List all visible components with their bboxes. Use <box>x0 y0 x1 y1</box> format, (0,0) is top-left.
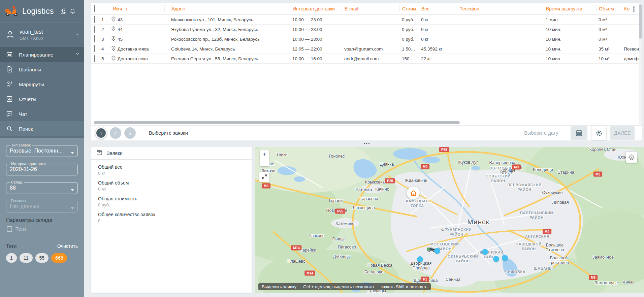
next-button[interactable]: ДАЛЕЕ <box>610 126 635 140</box>
zoom-out-button[interactable]: − <box>260 158 269 166</box>
tags-clear-link[interactable]: Очистить <box>57 243 78 249</box>
sidebar-item-2[interactable]: Шаблоны <box>0 62 84 77</box>
horizontal-scrollbar[interactable] <box>94 121 460 124</box>
row-weight: 0 кг <box>417 17 457 22</box>
row-address: Якубова Гуляма ул., 32, Минск, Беларусь <box>164 27 289 32</box>
town-label: Сухорукие <box>542 190 563 195</box>
step-2[interactable]: 2 <box>110 127 121 139</box>
tags-checkbox-row[interactable]: Теги <box>7 226 78 232</box>
district-label: СОВЕТСКИЙ РАЙОН <box>481 174 516 184</box>
wizard-stepper-bar: 123 Выберите заявки Выберите дату → ДАЛЕ… <box>91 125 642 140</box>
chevron-down-icon <box>75 32 80 38</box>
tags-checkbox[interactable] <box>7 226 12 232</box>
order-marker-1[interactable] <box>417 256 423 262</box>
district-label: ЗАВОДСКОЙ РАЙОН <box>511 242 547 252</box>
vertical-scrollbar-thumb[interactable] <box>639 4 642 39</box>
vertical-scrollbar[interactable] <box>639 3 642 125</box>
request-type-value: Разовые, Постоянн... <box>10 148 74 154</box>
order-marker-4[interactable] <box>493 256 499 262</box>
column-header-address[interactable]: Адрес <box>164 5 289 12</box>
column-header-name[interactable]: Имя↑ <box>110 5 164 12</box>
summary-stat: Общая стоимость0 руб. <box>98 196 245 207</box>
road-badge-М9: М9 <box>421 164 429 169</box>
order-marker-3[interactable] <box>482 249 488 255</box>
map[interactable]: КАМЕННАЯ ГОРКАЦЕНТРАЛЬНЫЙ РАЙОНСОВЕТСКИЙ… <box>255 147 644 293</box>
tags-checkbox-label: Теги <box>15 226 26 232</box>
sidebar-item-5[interactable]: Чат <box>0 106 84 121</box>
row-unload_time: 10 мин. <box>543 56 597 61</box>
column-header-cost[interactable]: Стоим... <box>399 5 417 12</box>
map-hint-tooltip: Выделить заявку — Ctrl + щелчок; выделит… <box>258 283 431 290</box>
row-unload_time: 10 мин. <box>543 37 597 42</box>
warehouse-params-title: Параметры склада <box>6 217 78 223</box>
settings-gear-button[interactable] <box>591 126 606 140</box>
planning-calendar-icon <box>5 51 13 59</box>
warehouse-marker[interactable] <box>407 187 420 199</box>
step-1[interactable]: 1 <box>95 127 107 139</box>
tag-chip-666[interactable]: 666 <box>51 253 67 263</box>
tag-chip-55[interactable]: 55 <box>35 253 49 263</box>
warehouse-select[interactable]: Склад 88 <box>6 180 78 194</box>
orders-table: Имя↑АдресИнтервал доставкиE-mailСтоим...… <box>91 3 642 125</box>
sidebar-item-1[interactable]: Планирование <box>0 47 84 62</box>
fullscreen-button[interactable] <box>259 172 269 182</box>
table-row[interactable]: 345Рокоссовского пр., 123б, Минск, Белар… <box>91 34 642 44</box>
request-type-select[interactable]: Тип заявок Разовые, Постоянн... <box>6 143 78 157</box>
column-header-interval[interactable]: Интервал доставки <box>289 5 342 12</box>
town-label: Новоселье <box>326 208 348 213</box>
row-checkbox[interactable] <box>94 45 95 52</box>
order-marker-5[interactable] <box>502 255 508 261</box>
help-icon[interactable] <box>60 8 67 16</box>
geofences-select[interactable]: Геозоны Нет данных <box>6 199 78 212</box>
panel-resize-handle[interactable]: ••• <box>362 141 372 145</box>
town-label: Анчак <box>623 280 634 285</box>
order-marker-2[interactable] <box>434 248 440 254</box>
sidebar-item-6[interactable]: Поиск <box>0 121 84 136</box>
delivery-interval-field[interactable]: Интервал доставки 2020-11-26 <box>6 162 78 175</box>
town-label: Хатежино <box>335 221 355 226</box>
table-row[interactable]: 244Якубова Гуляма ул., 32, Минск, Белару… <box>91 25 642 34</box>
row-interval: 10:00 — 23:00 <box>289 37 342 42</box>
town-label: Новая Вёска <box>367 263 392 268</box>
town-label: Плашево <box>287 259 305 264</box>
row-address: Golubeva 14, Минск, Беларусь <box>164 46 289 52</box>
chevron-down-icon <box>71 207 74 209</box>
sidebar-item-3[interactable]: Маршруты <box>0 77 84 92</box>
map-layers-button[interactable] <box>626 152 637 163</box>
column-header-unload_time[interactable]: Время разгрузки <box>543 5 597 12</box>
row-checkbox[interactable] <box>94 26 95 33</box>
road-badge-Р28: Р28 <box>385 178 395 184</box>
orders-box-icon <box>96 149 103 157</box>
district-label: ПАРТИЗАНСКИЙ РАЙОН <box>519 211 554 220</box>
templates-icon <box>5 65 13 73</box>
geofences-value: Нет данных <box>10 203 74 209</box>
row-interval: 10:00 — 16:00 <box>289 56 342 61</box>
column-header-phone[interactable]: Телефон <box>457 5 543 12</box>
town-label: Нарейки <box>299 248 316 253</box>
table-row[interactable]: 143Маяковского ул., 101, Минск, Беларусь… <box>91 15 642 25</box>
table-row[interactable]: 5Доставка сокаЕсенина Сергея ул., 55, Ми… <box>91 54 642 64</box>
notifications-bell-icon[interactable] <box>69 8 76 16</box>
column-header-email[interactable]: E-mail <box>342 5 399 12</box>
select-all-checkbox[interactable] <box>94 5 95 12</box>
row-checkbox[interactable] <box>94 55 95 62</box>
table-header: Имя↑АдресИнтервал доставкиE-mailСтоим...… <box>91 3 642 15</box>
calendar-button[interactable] <box>571 126 587 140</box>
user-account[interactable]: voan_test GMT +03:00 <box>0 23 84 47</box>
column-header-weight[interactable]: Вес <box>417 5 457 12</box>
zoom-in-button[interactable]: + <box>260 150 269 158</box>
town-label: Гонолес <box>329 154 345 159</box>
tag-chip-1[interactable]: 1 <box>6 253 17 263</box>
column-header-volume[interactable]: Объем <box>597 5 622 12</box>
row-name: 43 <box>110 16 164 23</box>
step-3[interactable]: 3 <box>124 127 136 139</box>
table-options-kebab-icon[interactable] <box>631 6 637 12</box>
row-checkbox[interactable] <box>94 35 95 42</box>
sidebar: Logistics <box>0 0 84 297</box>
sidebar-item-4[interactable]: Отчеты <box>0 92 84 106</box>
road-badge-Р65: Р65 <box>439 147 449 152</box>
row-checkbox[interactable] <box>94 16 95 23</box>
table-row[interactable]: 4Доставка мясаGolubeva 14, Минск, Белару… <box>91 44 642 54</box>
tag-chip-11[interactable]: 11 <box>20 253 33 263</box>
wizard-steps: 123 <box>95 127 139 139</box>
